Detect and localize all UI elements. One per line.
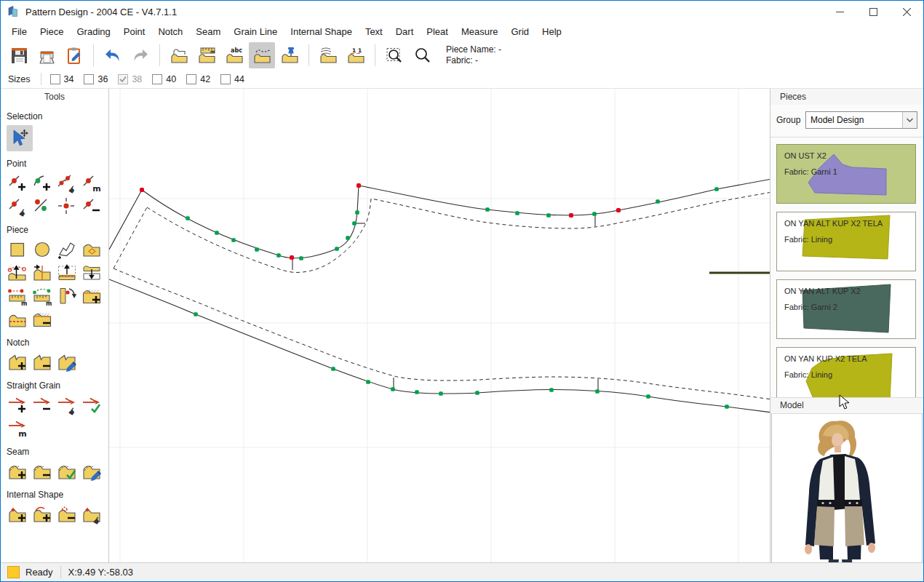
pattern-canvas[interactable] xyxy=(109,89,770,565)
checkbox-icon[interactable] xyxy=(118,74,128,84)
group-select[interactable]: Model Design xyxy=(805,111,917,129)
move-internal-shape-tool[interactable]: ☛ xyxy=(81,503,103,525)
piece-measure-button[interactable]: m xyxy=(194,42,220,68)
internal-icon xyxy=(7,504,28,525)
menu-grid[interactable]: Grid xyxy=(505,24,536,39)
remove-allowance-tool[interactable] xyxy=(31,308,53,330)
menu-help[interactable]: Help xyxy=(535,24,568,39)
checkbox-icon[interactable] xyxy=(84,74,94,84)
open-piece-button[interactable] xyxy=(166,42,192,68)
close-button[interactable] xyxy=(890,1,923,23)
measure-line-tool[interactable]: m xyxy=(7,285,28,307)
add-allowance-tool[interactable] xyxy=(81,285,103,307)
menu-grading[interactable]: Grading xyxy=(70,24,116,39)
remove-notch-tool[interactable] xyxy=(31,351,53,373)
status-separator xyxy=(60,566,61,578)
add-internal-curve-tool[interactable] xyxy=(31,503,53,525)
drag-point-tool[interactable]: ☛ xyxy=(7,196,28,218)
piece-fabric: Fabric: Lining xyxy=(784,235,832,244)
svg-text:1: 1 xyxy=(358,47,362,53)
plot-button[interactable] xyxy=(33,42,60,68)
grain-icon: m xyxy=(7,418,28,439)
edit-seam-tool[interactable] xyxy=(81,461,103,482)
menu-file[interactable]: File xyxy=(5,24,33,39)
add-seam-tool[interactable] xyxy=(7,461,28,482)
inner-shape-piece-tool[interactable] xyxy=(81,239,103,260)
move-point-tool[interactable]: ☛ xyxy=(56,172,78,194)
minimize-button[interactable] xyxy=(823,1,856,23)
undo-button[interactable] xyxy=(100,42,126,68)
menu-internal-shape[interactable]: Internal Shape xyxy=(284,24,359,39)
rectangle-piece-tool[interactable] xyxy=(7,239,28,260)
maximize-button[interactable] xyxy=(856,1,890,23)
piece-card-2[interactable]: ON YAN ALT KUP X2Fabric: Garni 2 xyxy=(776,279,916,339)
edit-notch-tool[interactable] xyxy=(56,351,78,373)
piece-pin-button[interactable] xyxy=(276,42,303,68)
piece-card-3[interactable]: ON YAN KUP X2 TELAFabric: Lining xyxy=(776,347,916,397)
piece-seam-button[interactable] xyxy=(315,42,341,68)
checkbox-icon[interactable] xyxy=(186,74,196,84)
folder-oneone-icon: 11 xyxy=(346,46,366,65)
checkbox-icon[interactable] xyxy=(50,74,60,84)
svg-text:1: 1 xyxy=(352,47,356,53)
add-grain-tool[interactable] xyxy=(7,394,28,416)
chevron-down-icon[interactable] xyxy=(902,112,917,128)
zoom-area-button[interactable] xyxy=(381,42,407,68)
redo-button[interactable] xyxy=(127,42,154,68)
menu-grain-line[interactable]: Grain Line xyxy=(227,24,284,39)
freeform-piece-tool[interactable] xyxy=(56,239,78,260)
extract-piece-tool[interactable] xyxy=(56,262,78,284)
folder-abc-icon: abc xyxy=(225,46,244,65)
menu-dart[interactable]: Dart xyxy=(389,24,421,39)
menu-point[interactable]: Point xyxy=(117,24,152,39)
size-checkbox-34[interactable]: 34 xyxy=(50,74,74,84)
piece-text-button[interactable]: abc xyxy=(221,42,247,68)
menu-measure[interactable]: Measure xyxy=(455,24,505,39)
add-notch-tool[interactable] xyxy=(7,351,28,373)
checkbox-icon[interactable] xyxy=(220,74,231,84)
piece-grading-button[interactable]: 11 xyxy=(343,42,369,68)
checkbox-icon[interactable] xyxy=(152,74,162,84)
menu-seam[interactable]: Seam xyxy=(189,24,227,39)
add-internal-shape-tool[interactable] xyxy=(7,503,28,525)
validate-seam-tool[interactable] xyxy=(56,461,78,482)
menu-text[interactable]: Text xyxy=(359,24,389,39)
add-point-tool[interactable] xyxy=(7,172,28,194)
menu-notch[interactable]: Notch xyxy=(151,24,189,39)
measure-grain-tool[interactable]: m xyxy=(7,418,28,439)
zoom-button[interactable] xyxy=(409,42,435,68)
size-checkbox-38[interactable]: 38 xyxy=(118,74,142,84)
size-checkbox-36[interactable]: 36 xyxy=(84,74,108,84)
add-curve-point-tool[interactable] xyxy=(31,172,53,194)
size-checkbox-44[interactable]: 44 xyxy=(220,74,244,84)
piece-card-0[interactable]: ON UST X2Fabric: Garni 1 xyxy=(776,144,916,204)
size-checkbox-40[interactable]: 40 xyxy=(152,74,176,84)
copy-points-piece-tool[interactable] xyxy=(7,262,28,284)
align-point-tool[interactable] xyxy=(56,196,78,218)
piece-card-1[interactable]: ON YAN ALT KUP X2 TELAFabric: Lining xyxy=(776,212,916,271)
rotate-piece-tool[interactable] xyxy=(56,285,78,307)
remove-internal-shape-tool[interactable] xyxy=(56,503,78,525)
tools-panel: Tools SelectionPoint☛m☛PiecemmNotchStrai… xyxy=(1,89,109,565)
merge-piece-tool[interactable] xyxy=(81,262,103,284)
measure-point-tool[interactable]: m xyxy=(81,172,103,194)
circle-piece-tool[interactable] xyxy=(31,239,53,260)
measure-curve-tool[interactable]: m xyxy=(31,285,53,307)
menu-pleat[interactable]: Pleat xyxy=(420,24,455,39)
divide-line-tool[interactable] xyxy=(31,196,53,218)
split-vertical-piece-tool[interactable] xyxy=(31,262,53,284)
remove-seam-tool[interactable] xyxy=(31,461,53,482)
menu-piece[interactable]: Piece xyxy=(33,24,71,39)
save-button[interactable] xyxy=(6,42,32,68)
toolbar-separator xyxy=(375,44,375,66)
select-move-tool[interactable] xyxy=(7,125,33,151)
delete-point-tool[interactable] xyxy=(81,196,103,218)
piece-curve-button[interactable] xyxy=(249,42,275,68)
remove-grain-tool[interactable] xyxy=(31,394,53,416)
edit-notes-button[interactable] xyxy=(61,42,87,68)
split-piece-tool[interactable] xyxy=(7,308,28,330)
section-label-internal-shape: Internal Shape xyxy=(1,483,108,503)
size-checkbox-42[interactable]: 42 xyxy=(186,74,210,84)
move-grain-tool[interactable]: ☛ xyxy=(56,394,78,416)
validate-grain-tool[interactable] xyxy=(81,394,103,416)
